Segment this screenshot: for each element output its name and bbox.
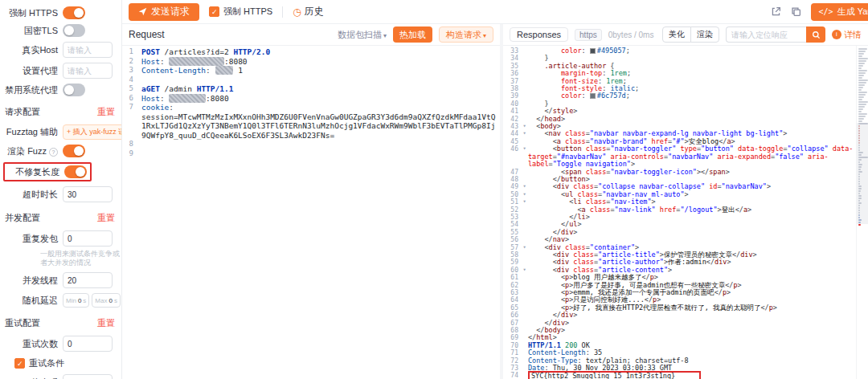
code-text: POST /articles?id=2 HTTP/2.0 — [141, 47, 500, 57]
red-annotation-box: 不修复长度 — [3, 162, 92, 181]
chevron-down-icon: ▾ — [483, 32, 486, 39]
beautify-button[interactable]: 美化 — [662, 26, 691, 43]
repeat-send-input[interactable] — [63, 230, 113, 247]
line-number: 9 — [122, 149, 138, 159]
request-config-reset-link[interactable]: 重置 — [97, 106, 115, 118]
gm-tls-toggle[interactable] — [63, 24, 85, 37]
fold-icon[interactable]: ▾ — [521, 191, 528, 198]
minimap[interactable] — [856, 46, 868, 379]
share-icon[interactable] — [771, 6, 781, 17]
packet-scan-dropdown[interactable]: 数据包扫描▾ — [338, 29, 387, 41]
fold-icon[interactable]: ▾ — [521, 123, 528, 130]
code-line[interactable]: 39 color: #6c757d; — [503, 92, 856, 100]
code-line[interactable]: 8 — [122, 140, 500, 149]
build-request-button[interactable]: 构造请求▾ — [439, 26, 493, 43]
render-button[interactable]: 渲染 — [690, 26, 719, 43]
retry-times-input[interactable] — [63, 336, 113, 352]
chevron-down-icon: ▾ — [383, 32, 387, 39]
line-number: 42 — [503, 116, 521, 123]
copy-icon[interactable] — [791, 6, 801, 17]
request-editor[interactable]: 1POST /articles?id=2 HTTP/2.02Host: ████… — [122, 46, 500, 379]
search-button[interactable] — [806, 26, 825, 43]
code-text: SYC{http2_Smuggling_15_1nt3r3st1ng} — [528, 372, 856, 379]
system-proxy-label: 禁用系统代理 — [3, 84, 58, 96]
system-proxy-toggle[interactable] — [63, 84, 85, 96]
send-request-button[interactable]: 发送请求 — [129, 3, 199, 21]
force-https-checkbox[interactable] — [209, 6, 219, 17]
concurrent-config-reset-link[interactable]: 重置 — [97, 212, 115, 224]
code-line[interactable]: 74SYC{http2_Smuggling_15_1nt3r3st1ng} — [503, 372, 856, 379]
fold-icon[interactable]: ▾ — [521, 244, 528, 251]
code-line[interactable]: 4 — [122, 75, 500, 85]
line-number: 53 — [503, 214, 521, 221]
code-text: aGET /admin HTTP/1.1 — [141, 84, 500, 94]
force-https-checkbox-row[interactable]: 强制 HTTPS — [209, 6, 272, 18]
search-icon — [812, 31, 821, 39]
divider — [282, 6, 283, 18]
force-https-row: 强制 HTTPS — [3, 6, 117, 19]
send-request-label: 发送请求 — [151, 5, 190, 18]
threads-label: 并发线程 — [3, 275, 58, 287]
retry-times-row: 重试次数 — [3, 336, 117, 352]
code-line[interactable]: 5aGET /admin HTTP/1.1 — [122, 84, 500, 94]
line-number: 74 — [503, 372, 521, 379]
timeout-row: 超时时长 — [3, 186, 117, 202]
line-number: 58 — [503, 251, 521, 259]
line-number: 2 — [122, 57, 138, 67]
code-line[interactable]: 6Host: ████████:8080 — [122, 94, 500, 104]
line-number: 57 — [503, 244, 521, 251]
status-code-label: 状态码 — [3, 377, 58, 379]
line-number: 7 — [122, 103, 138, 112]
no-fix-length-toggle[interactable] — [64, 165, 87, 178]
status-code-input[interactable] — [63, 374, 113, 379]
code-line[interactable]: 7cookie: session=MTcwMTMzMzIxMXxnOHh3MDZ… — [122, 103, 500, 140]
concurrent-config-title: 并发配置 — [5, 212, 40, 224]
code-line[interactable]: 3Content-Length: ████ 1 — [122, 66, 500, 75]
code-line[interactable]: 1POST /articles?id=2 HTTP/2.0 — [122, 47, 500, 57]
response-search-input[interactable] — [726, 26, 806, 43]
timeout-input[interactable] — [63, 186, 113, 202]
force-https-toggle[interactable] — [63, 6, 85, 19]
minimap-viewport[interactable] — [857, 123, 868, 224]
code-line[interactable]: 33 color: #495057; — [503, 47, 856, 55]
code-line[interactable]: 2Host: ████████████:8080 — [122, 57, 500, 67]
code-line[interactable]: 46▾ <button class="navbar-toggler" type=… — [503, 145, 856, 168]
line-number: 69 — [503, 334, 521, 341]
response-editor[interactable]: 33 color: #495057;34 }35 .article-author… — [503, 46, 856, 379]
detail-button[interactable]: i 详情 — [832, 29, 862, 41]
send-icon — [138, 7, 147, 16]
real-host-input[interactable] — [63, 42, 113, 58]
line-number: 50 — [503, 191, 521, 198]
fold-icon[interactable]: ▾ — [521, 198, 528, 206]
render-fuzz-row: 渲染 Fuzz? — [3, 145, 117, 157]
proxy-input[interactable] — [63, 63, 113, 79]
line-number: 46 — [503, 145, 521, 153]
fold-icon[interactable]: ▾ — [521, 267, 528, 274]
fold-icon[interactable]: ▾ — [521, 183, 528, 190]
line-number: 52 — [503, 206, 521, 214]
responses-tab[interactable]: Responses — [510, 27, 568, 42]
generate-yaml-label: 生成 Yaml 模板 — [837, 6, 868, 18]
fold-icon[interactable]: ▾ — [521, 145, 528, 153]
hot-reload-button[interactable]: 热加载 — [393, 26, 432, 43]
fuzzer-config-sidebar: 强制 HTTPS 国密TLS 真实Host 设置代理 禁用系统代理 请求配置 重… — [0, 0, 122, 379]
delay-max-input[interactable]: Max0s — [92, 293, 121, 308]
timeout-label: 超时时长 — [3, 189, 58, 201]
request-config-title: 请求配置 — [5, 106, 40, 118]
code-line[interactable]: 9 — [122, 149, 500, 159]
render-fuzz-toggle[interactable] — [63, 145, 85, 157]
retry-config-reset-link[interactable]: 重置 — [97, 317, 115, 329]
threads-input[interactable] — [63, 272, 113, 288]
fold-icon[interactable]: ▾ — [521, 130, 528, 137]
generate-yaml-button[interactable]: </> 生成 Yaml 模板 — [811, 3, 868, 21]
proxy-row: 设置代理 — [3, 63, 117, 79]
retry-condition-checkbox[interactable] — [14, 358, 25, 369]
response-editor-wrap: 33 color: #495057;34 }35 .article-author… — [503, 46, 868, 379]
gm-tls-row: 国密TLS — [3, 24, 117, 37]
insert-yak-fuzz-button[interactable]: + 插入 yak-fuzz 语法 — [63, 124, 122, 140]
response-header-actions: 美化 渲染 i 详情 — [662, 26, 862, 43]
history-label: 历史 — [305, 5, 324, 18]
history-button[interactable]: ◷ 历史 — [293, 5, 323, 18]
fuzzer-window: 强制 HTTPS 国密TLS 真实Host 设置代理 禁用系统代理 请求配置 重… — [0, 0, 868, 379]
delay-min-input[interactable]: Min0s — [63, 293, 89, 308]
